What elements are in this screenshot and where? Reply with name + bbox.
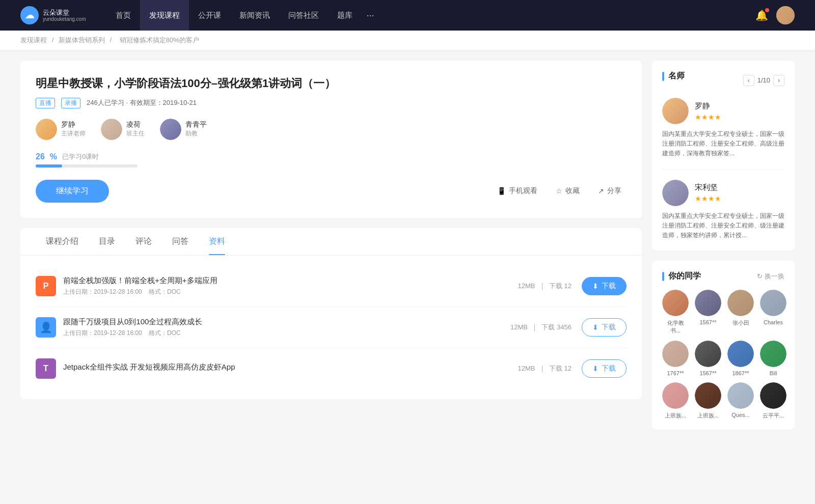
instructor-name-1: 罗静 bbox=[61, 120, 86, 129]
download-button-1[interactable]: ⬇ 下载 bbox=[582, 277, 627, 295]
classmate-5[interactable]: 1767** bbox=[662, 341, 689, 376]
classmate-6[interactable]: 1567** bbox=[695, 341, 721, 376]
nav-public[interactable]: 公开课 bbox=[189, 0, 230, 31]
favorite-button[interactable]: ☆ 收藏 bbox=[551, 183, 585, 199]
classmate-name-12: 云平平... bbox=[763, 412, 784, 419]
continue-button[interactable]: 继续学习 bbox=[36, 180, 109, 203]
classmate-img-2 bbox=[695, 290, 721, 316]
mobile-watch-button[interactable]: 📱 手机观看 bbox=[492, 183, 542, 199]
resource-meta-2: 上传日期：2019-12-28 16:00 格式：DOC bbox=[63, 329, 510, 338]
classmate-img-5 bbox=[662, 341, 689, 367]
bell-icon[interactable]: 🔔 bbox=[755, 9, 768, 21]
nav-home[interactable]: 首页 bbox=[106, 0, 140, 31]
resource-info-1: 前端全栈加强版！前端全栈+全周期+多端应用 上传日期：2019-12-28 16… bbox=[63, 276, 518, 296]
teacher-avatar-img-1 bbox=[662, 98, 689, 124]
instructor-avatar-img-1 bbox=[36, 119, 57, 140]
tabs-card: 课程介绍 目录 评论 问答 资料 P 前端全栈加强版！前端全栈+全周期+多端应用… bbox=[20, 228, 642, 399]
classmate-1[interactable]: 化学教书... bbox=[662, 290, 689, 334]
share-icon: ↗ bbox=[598, 187, 604, 195]
teacher-details-1: 罗静 ★★★★ bbox=[695, 101, 721, 121]
classmate-img-6 bbox=[695, 341, 721, 367]
classmate-img-10 bbox=[695, 382, 721, 409]
teachers-title: 名师 bbox=[662, 71, 685, 81]
nav-qa[interactable]: 问答社区 bbox=[279, 0, 328, 31]
teachers-next-btn[interactable]: › bbox=[773, 75, 784, 86]
instructor-1: 罗静 主讲老师 bbox=[36, 119, 86, 140]
download-button-3[interactable]: ⬇ 下载 bbox=[582, 359, 627, 378]
tabs-content: P 前端全栈加强版！前端全栈+全周期+多端应用 上传日期：2019-12-28 … bbox=[20, 256, 642, 399]
teacher-avatar-2 bbox=[662, 180, 689, 206]
classmate-img-8 bbox=[760, 341, 786, 367]
resource-size-2: 12MB bbox=[510, 323, 528, 331]
resource-title-1: 前端全栈加强版！前端全栈+全周期+多端应用 bbox=[63, 276, 518, 286]
tab-resources[interactable]: 资料 bbox=[199, 228, 235, 255]
nav-discover[interactable]: 发现课程 bbox=[140, 0, 189, 31]
classmate-name-7: 1867** bbox=[732, 370, 749, 376]
teacher-avatar-1 bbox=[662, 98, 689, 124]
tab-intro[interactable]: 课程介绍 bbox=[36, 228, 89, 255]
progress-label: 已学习0课时 bbox=[62, 152, 99, 161]
breadcrumb: 发现课程 / 新媒体营销系列 / 销冠修炼术搞定80%的客户 bbox=[0, 31, 815, 50]
classmate-7[interactable]: 1867** bbox=[727, 341, 754, 376]
instructor-2: 凌荷 班主任 bbox=[101, 119, 145, 140]
teacher-name-2: 宋利坚 bbox=[695, 183, 721, 192]
classmate-name-8: Bill bbox=[770, 370, 777, 376]
instructor-role-2: 班主任 bbox=[126, 129, 145, 138]
teacher-desc-2: 国内某重点大学安全工程专业硕士，国家一级注册消防工程师、注册安全工程师、级注册建… bbox=[662, 211, 784, 241]
course-meta: 直播 录播 246人已学习 · 有效期至：2019-10-21 bbox=[36, 98, 627, 108]
nav-news[interactable]: 新闻资讯 bbox=[230, 0, 279, 31]
teacher-stars-1: ★★★★ bbox=[695, 113, 721, 121]
tab-catalog[interactable]: 目录 bbox=[89, 228, 125, 255]
mobile-icon: 📱 bbox=[497, 187, 506, 195]
classmate-avatar-10 bbox=[695, 382, 721, 409]
teachers-page: 1/10 bbox=[757, 76, 770, 84]
instructor-info-2: 凌荷 班主任 bbox=[126, 120, 145, 138]
tab-comments[interactable]: 评论 bbox=[125, 228, 162, 255]
logo-icon: ☁ bbox=[20, 6, 39, 24]
classmate-2[interactable]: 1567** bbox=[695, 290, 721, 334]
download-icon-3: ⬇ bbox=[592, 365, 599, 373]
progress-section: 26 % 已学习0课时 bbox=[36, 152, 627, 167]
download-label-3: 下载 bbox=[602, 364, 616, 373]
classmate-8[interactable]: Bill bbox=[760, 341, 786, 376]
notification-dot bbox=[765, 8, 769, 12]
classmate-img-7 bbox=[727, 341, 754, 367]
breadcrumb-series[interactable]: 新媒体营销系列 bbox=[59, 36, 105, 44]
classmate-3[interactable]: 张小田 bbox=[727, 290, 754, 334]
classmate-10[interactable]: 上班族... bbox=[695, 382, 721, 419]
user-avatar[interactable] bbox=[776, 6, 795, 24]
teachers-prev-btn[interactable]: ‹ bbox=[743, 75, 754, 86]
nav-quiz[interactable]: 题库 bbox=[328, 0, 362, 31]
resource-item-1: P 前端全栈加强版！前端全栈+全周期+多端应用 上传日期：2019-12-28 … bbox=[36, 266, 627, 307]
progress-header: 26 % 已学习0课时 bbox=[36, 152, 627, 161]
classmate-9[interactable]: 上班族... bbox=[662, 382, 689, 419]
breadcrumb-home[interactable]: 发现课程 bbox=[20, 36, 47, 44]
classmate-avatar-3 bbox=[727, 290, 754, 316]
download-button-2[interactable]: ⬇ 下载 bbox=[582, 318, 627, 337]
course-actions: 继续学习 📱 手机观看 ☆ 收藏 ↗ 分享 bbox=[36, 180, 627, 203]
resource-downloads-1: 下载 12 bbox=[549, 282, 572, 290]
classmate-avatar-2 bbox=[695, 290, 721, 316]
resource-info-2: 跟随千万级项目从0到100全过程高效成长 上传日期：2019-12-28 16:… bbox=[63, 317, 510, 338]
logo[interactable]: ☁ 云朵课堂 yundouketang.com bbox=[20, 6, 86, 24]
tab-qa[interactable]: 问答 bbox=[162, 228, 199, 255]
resource-format-2: 格式：DOC bbox=[149, 329, 181, 337]
resource-info-3: Jetpack全组件实战 开发短视频应用高仿皮皮虾App bbox=[63, 362, 518, 374]
share-button[interactable]: ↗ 分享 bbox=[593, 183, 627, 199]
resource-item-2: 👤 跟随千万级项目从0到100全过程高效成长 上传日期：2019-12-28 1… bbox=[36, 307, 627, 348]
refresh-btn[interactable]: ↻ 换一换 bbox=[757, 272, 784, 281]
resource-date-2: 上传日期：2019-12-28 16:00 bbox=[63, 329, 142, 337]
classmate-12[interactable]: 云平平... bbox=[760, 382, 786, 419]
favorite-label: 收藏 bbox=[565, 186, 580, 195]
teachers-card: 名师 ‹ 1/10 › 罗静 ★★★★ bbox=[652, 61, 795, 250]
download-label-1: 下载 bbox=[602, 282, 616, 291]
instructor-avatar-2 bbox=[101, 119, 122, 140]
instructor-name-2: 凌荷 bbox=[126, 120, 145, 129]
resource-icon-2: 👤 bbox=[36, 317, 56, 338]
resource-meta-1: 上传日期：2019-12-28 16:00 格式：DOC bbox=[63, 288, 518, 296]
teacher-item-2: 宋利坚 ★★★★ 国内某重点大学安全工程专业硕士，国家一级注册消防工程师、注册安… bbox=[662, 180, 784, 241]
nav-more[interactable]: ··· bbox=[362, 0, 379, 31]
classmate-4[interactable]: Charles bbox=[760, 290, 786, 334]
classmate-11[interactable]: Ques... bbox=[727, 382, 754, 419]
classmates-card: 你的同学 ↻ 换一换 化学教书... 1567** bbox=[652, 261, 795, 430]
